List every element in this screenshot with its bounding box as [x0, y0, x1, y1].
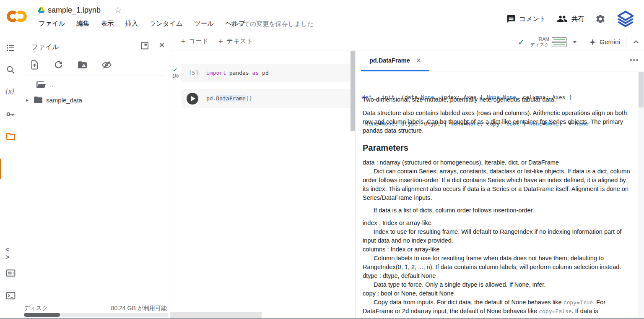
people-icon — [557, 14, 568, 24]
code-line[interactable]: import pandas as pd — [206, 70, 269, 76]
doc-text: index : Index or array-like — [363, 219, 631, 227]
collapse-up-icon[interactable] — [632, 38, 640, 46]
connected-check-icon: ✓ — [518, 37, 525, 47]
menu-edit[interactable]: 編集 — [76, 19, 89, 28]
doc-text: Data type to force. Only a single dtype … — [363, 280, 631, 289]
colab-logo-icon[interactable] — [7, 9, 27, 24]
doc-scrollbar-track[interactable] — [638, 72, 644, 318]
code-cell-2[interactable]: pd.DataFrame() — [182, 89, 351, 108]
documentation-panel: pd.DataFrame ✕ ••• def __init__(data=Non… — [356, 51, 644, 319]
comment-button[interactable]: コメント — [506, 14, 546, 24]
disk-label: ディスク — [24, 305, 48, 312]
resources-meter[interactable]: RAM ディスク — [530, 37, 567, 47]
execution-count: [5] — [189, 70, 198, 76]
menu-insert[interactable]: 挿入 — [125, 19, 138, 28]
hidden-files-eye-off-icon[interactable] — [101, 60, 112, 70]
menu-file[interactable]: ファイル — [39, 19, 65, 28]
add-text-button[interactable]: + テキスト — [218, 37, 253, 46]
refresh-icon[interactable] — [53, 60, 64, 70]
code-line[interactable]: pd.DataFrame() — [206, 95, 252, 102]
colab-app: sample_1.ipynb ☆ ファイル 編集 表示 挿入 ランタイム ツール… — [0, 0, 644, 319]
menu-tools[interactable]: ツール — [194, 19, 214, 28]
disk-usage-bar — [24, 313, 169, 317]
files-folder-icon[interactable] — [5, 131, 16, 141]
divider — [583, 36, 583, 48]
code-snippets-icon[interactable]: < > — [5, 246, 16, 256]
doc-text: Column labels to use for resulting frame… — [363, 254, 631, 272]
menu-view[interactable]: 表示 — [101, 19, 114, 28]
disk-usage-fill — [24, 313, 60, 317]
toolbar-right: ✓ RAM ディスク Gemini — [518, 34, 640, 50]
tree-item-parent-dir[interactable]: .. — [21, 79, 53, 89]
search-icon[interactable] — [5, 65, 16, 75]
more-options-icon[interactable]: ••• — [630, 56, 639, 63]
doc-tab-pd-dataframe[interactable]: pd.DataFrame ✕ — [361, 51, 429, 71]
close-icon[interactable]: ✕ — [416, 57, 421, 64]
parameters-heading: Parameters — [363, 144, 631, 152]
doc-text: Index to use for resulting frame. Will d… — [363, 227, 631, 245]
upload-file-icon[interactable] — [29, 60, 40, 70]
secrets-key-icon[interactable] — [5, 109, 16, 119]
doc-tab-label: pd.DataFrame — [369, 57, 410, 64]
comment-icon — [506, 14, 516, 24]
mount-drive-icon[interactable] — [77, 60, 88, 70]
account-avatar[interactable] — [616, 10, 635, 28]
notebook-toolbar: + コード + テキスト ✓ RAM ディスク — [172, 34, 644, 50]
code-token: pd — [259, 70, 268, 76]
doc-text: copy : bool or None, default None — [363, 289, 631, 298]
doc-tabbar: pd.DataFrame ✕ ••• — [356, 51, 644, 71]
header-actions: コメント 共有 — [506, 10, 635, 28]
table-of-contents-icon[interactable] — [5, 43, 16, 53]
settings-gear-icon[interactable] — [595, 14, 605, 24]
drive-file-icon — [38, 7, 45, 13]
notebook-area: ✓ 1秒 [5] import pandas as pd pd.DataFram… — [172, 51, 356, 319]
folder-icon — [33, 95, 43, 105]
file-panel: ファイル ✕ — [21, 34, 172, 319]
active-rail-indicator — [0, 159, 1, 179]
doc-text: Two-dimensional, size-mutable, potential… — [363, 95, 631, 104]
save-status[interactable]: すべての変更を保存しました — [231, 20, 314, 28]
share-button[interactable]: 共有 — [557, 14, 584, 24]
code-cell-1[interactable]: [5] import pandas as pd — [182, 64, 351, 82]
menu-runtime[interactable]: ランタイム — [149, 19, 182, 28]
doc-text: Copy data from inputs. For dict data, th… — [363, 298, 631, 316]
code-token: pandas — [226, 70, 252, 76]
app-header: sample_1.ipynb ☆ ファイル 編集 表示 挿入 ランタイム ツール… — [0, 0, 644, 34]
doc-scrollbar-thumb[interactable] — [639, 72, 644, 107]
code-token: as — [252, 70, 259, 76]
ram-meter — [552, 37, 567, 42]
terminal-icon[interactable] — [5, 290, 16, 301]
disk-available: 80.24 GB が利用可能 — [111, 305, 167, 312]
doc-text: Dict can contain Series, arrays, constan… — [363, 167, 631, 202]
notebook-horizontal-scrollbar[interactable] — [170, 312, 262, 318]
doc-text: Data structure also contains labeled axe… — [363, 109, 631, 135]
run-cell-button[interactable] — [187, 93, 198, 105]
add-code-button[interactable]: + コード — [181, 37, 208, 46]
plus-icon: + — [218, 37, 223, 45]
left-rail: {x} < > — [0, 34, 21, 319]
notebook-vertical-scrollbar[interactable] — [351, 51, 355, 131]
ram-label: RAM — [530, 37, 549, 42]
gemini-button[interactable]: Gemini — [589, 38, 620, 46]
tree-item-sample-data[interactable]: ▸ sample_data — [21, 95, 82, 105]
doc-text: If data is a list of dicts, column order… — [363, 206, 631, 215]
cell-success-check-icon: ✓ — [173, 66, 178, 73]
code-token: import — [206, 70, 226, 76]
code-token: DataFrame — [216, 95, 245, 102]
chevron-right-icon[interactable]: ▸ — [24, 97, 30, 103]
popout-panel-icon[interactable] — [140, 41, 150, 51]
command-palette-icon[interactable] — [5, 268, 16, 278]
star-icon[interactable]: ☆ — [114, 5, 122, 15]
notebook-title[interactable]: sample_1.ipynb — [48, 6, 101, 15]
code-token: () — [246, 95, 252, 102]
disk-label: ディスク — [530, 42, 549, 47]
variables-icon[interactable]: {x} — [5, 87, 16, 97]
code-token: pd. — [206, 95, 216, 102]
menu-bar: ファイル 編集 表示 挿入 ランタイム ツール ヘルプ — [39, 19, 245, 28]
disk-meter — [552, 42, 567, 47]
chevron-down-icon[interactable] — [573, 41, 577, 43]
divider — [24, 76, 164, 76]
close-panel-icon[interactable]: ✕ — [158, 40, 165, 50]
doc-text: columns : Index or array-like — [363, 245, 631, 254]
doc-body: Two-dimensional, size-mutable, potential… — [356, 93, 638, 316]
